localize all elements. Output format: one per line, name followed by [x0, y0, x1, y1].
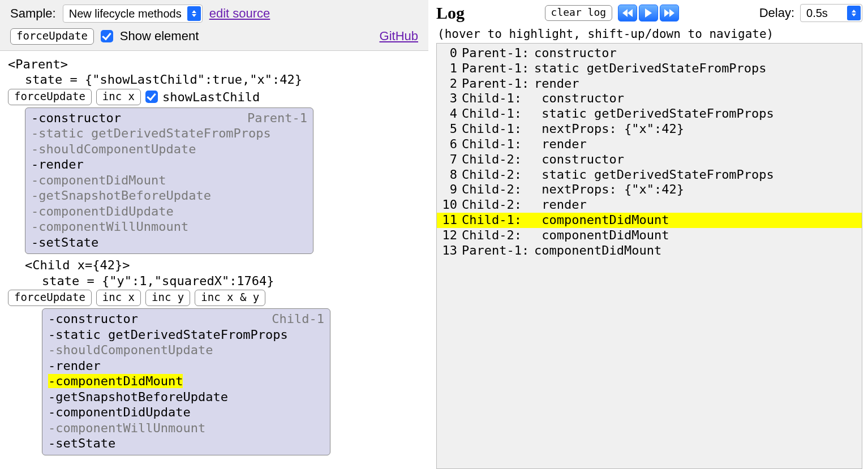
lifecycle-method[interactable]: -shouldComponentUpdate: [31, 141, 307, 157]
log-row[interactable]: 12Child-2: componentDidMount: [437, 228, 862, 243]
lifecycle-method[interactable]: -shouldComponentUpdate: [48, 342, 324, 358]
lifecycle-method[interactable]: -render: [48, 358, 324, 374]
parent-force-update-button[interactable]: forceUpdate: [8, 89, 92, 105]
delay-select-value: 0.5s: [806, 7, 828, 20]
lifecycle-method[interactable]: -static getDerivedStateFromProps: [31, 126, 307, 141]
github-link[interactable]: GitHub: [380, 29, 418, 44]
child-inc-y-button[interactable]: inc y: [145, 290, 190, 306]
chevron-updown-icon: [847, 6, 861, 20]
delay-label: Delay:: [759, 6, 794, 20]
log-row[interactable]: 5Child-1: nextProps: {"x":42}: [437, 122, 862, 137]
clear-log-button[interactable]: clear log: [545, 5, 613, 21]
lifecycle-method[interactable]: -componentWillUnmount: [31, 219, 307, 235]
log-row[interactable]: 11Child-1: componentDidMount: [437, 213, 862, 228]
lifecycle-method[interactable]: -setState: [31, 235, 307, 251]
log-header: Log clear log Delay: 0.5s: [436, 3, 862, 23]
log-row[interactable]: 8Child-2: static getDerivedStateFromProp…: [437, 167, 862, 183]
child-inc-xy-button[interactable]: inc x & y: [195, 290, 265, 306]
parent-lifecycle-box: Parent-1 -constructor-static getDerivedS…: [25, 107, 313, 255]
child-tag: <Child x={42}>: [25, 257, 420, 273]
log-row[interactable]: 13Parent-1:componentDidMount: [437, 243, 862, 259]
lifecycle-method[interactable]: -componentDidMount: [48, 373, 324, 389]
play-button[interactable]: [639, 5, 658, 21]
log-row[interactable]: 9Child-2: nextProps: {"x":42}: [437, 182, 862, 197]
lifecycle-method[interactable]: -componentDidUpdate: [48, 405, 324, 420]
child-box-tag: Child-1: [272, 311, 324, 327]
child-state: state = {"y":1,"squaredX":1764}: [42, 273, 420, 289]
log-row[interactable]: 2Parent-1:render: [437, 76, 862, 92]
sample-select[interactable]: New lifecycle methods: [63, 5, 203, 23]
child-lifecycle-box: Child-1 -constructor-static getDerivedSt…: [42, 308, 330, 455]
lifecycle-method[interactable]: -static getDerivedStateFromProps: [48, 327, 324, 343]
lifecycle-method[interactable]: -getSnapshotBeforeUpdate: [48, 389, 324, 405]
log-row[interactable]: 1Parent-1:static getDerivedStateFromProp…: [437, 61, 862, 76]
parent-inc-x-button[interactable]: inc x: [96, 89, 141, 105]
lifecycle-method[interactable]: -render: [31, 157, 307, 173]
sample-label: Sample:: [10, 6, 56, 21]
sample-select-value: New lifecycle methods: [69, 7, 182, 20]
toolbar: Sample: New lifecycle methods edit sourc…: [0, 0, 428, 51]
parent-tag: <Parent>: [8, 57, 420, 72]
edit-source-link[interactable]: edit source: [209, 6, 270, 21]
parent-state: state = {"showLastChild":true,"x":42}: [25, 72, 420, 88]
parent-box-tag: Parent-1: [247, 110, 307, 126]
show-last-child-label: showLastChild: [162, 89, 260, 105]
child-force-update-button[interactable]: forceUpdate: [8, 290, 92, 306]
forward-button[interactable]: [660, 5, 679, 21]
lifecycle-method[interactable]: -getSnapshotBeforeUpdate: [31, 188, 307, 204]
show-element-label: Show element: [120, 29, 199, 44]
log-row[interactable]: 3Child-1: constructor: [437, 91, 862, 106]
lifecycle-method[interactable]: -componentWillUnmount: [48, 420, 324, 436]
log-hint: (hover to highlight, shift-up/down to na…: [437, 27, 862, 41]
log-row[interactable]: 10Child-2: render: [437, 197, 862, 213]
lifecycle-method[interactable]: -setState: [48, 436, 324, 451]
child-inc-x-button[interactable]: inc x: [96, 290, 141, 306]
rewind-button[interactable]: [618, 5, 637, 21]
force-update-button[interactable]: forceUpdate: [10, 28, 94, 45]
component-tree: <Parent> state = {"showLastChild":true,"…: [0, 51, 428, 461]
show-element-checkbox[interactable]: [101, 30, 113, 42]
log-row[interactable]: 0Parent-1:constructor: [437, 46, 862, 61]
show-last-child-checkbox[interactable]: [145, 91, 158, 103]
lifecycle-method[interactable]: -componentDidUpdate: [31, 204, 307, 220]
lifecycle-method[interactable]: -componentDidMount: [31, 173, 307, 188]
log-title: Log: [436, 3, 465, 23]
delay-select[interactable]: 0.5s: [800, 4, 862, 22]
log-row[interactable]: 7Child-2: constructor: [437, 152, 862, 167]
log-row[interactable]: 6Child-1: render: [437, 137, 862, 152]
chevron-updown-icon: [187, 6, 201, 21]
log-list[interactable]: 0Parent-1:constructor1Parent-1:static ge…: [436, 43, 862, 469]
log-row[interactable]: 4Child-1: static getDerivedStateFromProp…: [437, 106, 862, 122]
